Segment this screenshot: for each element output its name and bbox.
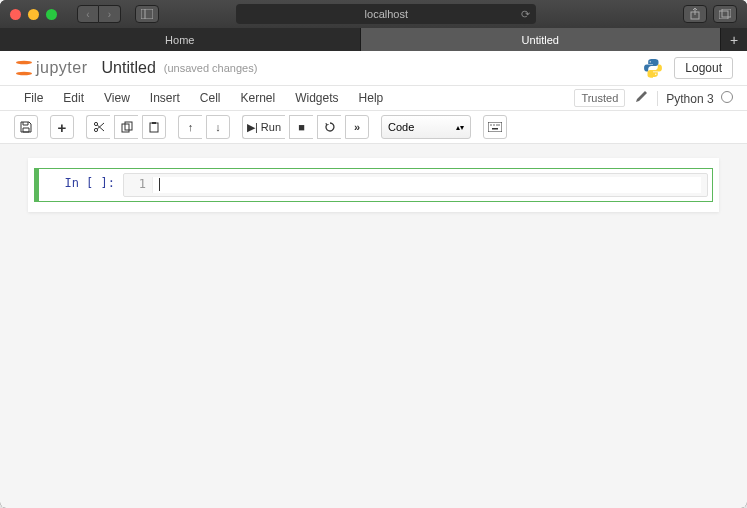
code-editor[interactable] <box>152 177 701 193</box>
svg-rect-16 <box>492 128 498 130</box>
address-bar[interactable]: localhost ⟳ <box>236 4 536 24</box>
minimize-window-button[interactable] <box>28 9 39 20</box>
show-tabs-button[interactable] <box>713 5 737 23</box>
svg-point-14 <box>496 124 497 125</box>
titlebar-right <box>683 5 737 23</box>
save-status: (unsaved changes) <box>164 62 258 74</box>
menu-view[interactable]: View <box>94 86 140 110</box>
cell-type-value: Code <box>388 121 414 133</box>
sidebar-icon <box>141 9 153 19</box>
address-text: localhost <box>365 8 408 20</box>
restart-kernel-button[interactable] <box>317 115 341 139</box>
svg-rect-3 <box>719 11 728 19</box>
insert-cell-button[interactable]: + <box>50 115 74 139</box>
browser-window: ‹ › localhost ⟳ Home Untitled + jupyte <box>0 0 747 508</box>
paste-icon <box>148 121 160 133</box>
run-cell-button[interactable]: ▶| Run <box>242 115 285 139</box>
menu-help[interactable]: Help <box>349 86 394 110</box>
kernel-name[interactable]: Python 3 <box>657 91 733 106</box>
jupyter-logo-text: jupyter <box>36 59 88 77</box>
menubar-right: Trusted Python 3 <box>574 89 733 107</box>
menubar: File Edit View Insert Cell Kernel Widget… <box>0 86 747 111</box>
nav-buttons: ‹ › <box>77 5 121 23</box>
back-button[interactable]: ‹ <box>77 5 99 23</box>
svg-point-15 <box>498 124 499 125</box>
menu-widgets[interactable]: Widgets <box>285 86 348 110</box>
share-icon <box>690 8 700 20</box>
svg-rect-0 <box>141 9 153 19</box>
text-cursor <box>159 178 160 191</box>
svg-rect-9 <box>150 123 158 132</box>
keyboard-icon <box>488 122 502 132</box>
pencil-icon <box>635 91 647 103</box>
page-content: jupyter Untitled (unsaved changes) Logou… <box>0 51 747 508</box>
interrupt-kernel-button[interactable]: ■ <box>289 115 313 139</box>
tab-untitled[interactable]: Untitled <box>361 28 722 51</box>
tab-home[interactable]: Home <box>0 28 361 51</box>
jupyter-logo[interactable]: jupyter <box>14 58 88 78</box>
logout-button[interactable]: Logout <box>674 57 733 79</box>
toolbar: + ↑ ↓ ▶| Run ■ » <box>0 111 747 144</box>
restart-icon <box>324 121 336 133</box>
code-cell[interactable]: In [ ]: 1 <box>34 168 713 202</box>
move-cell-down-button[interactable]: ↓ <box>206 115 230 139</box>
share-button[interactable] <box>683 5 707 23</box>
svg-rect-4 <box>722 9 731 17</box>
run-label: Run <box>261 121 281 133</box>
svg-rect-10 <box>152 122 156 124</box>
new-tab-button[interactable]: + <box>721 28 747 51</box>
svg-point-13 <box>493 124 494 125</box>
header-right: Logout <box>642 57 733 79</box>
kernel-idle-icon <box>721 91 733 103</box>
save-icon <box>20 121 32 133</box>
scissors-icon <box>93 121 105 133</box>
save-button[interactable] <box>14 115 38 139</box>
window-controls <box>10 9 57 20</box>
menu-edit[interactable]: Edit <box>53 86 94 110</box>
kernel-name-text: Python 3 <box>666 92 713 106</box>
menu-insert[interactable]: Insert <box>140 86 190 110</box>
reload-icon[interactable]: ⟳ <box>521 8 530 21</box>
menu-cell[interactable]: Cell <box>190 86 231 110</box>
python-logo-icon <box>642 57 664 79</box>
notebook-title[interactable]: Untitled <box>102 59 156 77</box>
trusted-indicator[interactable]: Trusted <box>574 89 625 107</box>
forward-button[interactable]: › <box>99 5 121 23</box>
cut-cell-button[interactable] <box>86 115 110 139</box>
copy-icon <box>121 121 133 133</box>
notebook-container: In [ ]: 1 <box>0 144 747 226</box>
move-cell-up-button[interactable]: ↑ <box>178 115 202 139</box>
jupyter-header: jupyter Untitled (unsaved changes) Logou… <box>0 51 747 86</box>
restart-run-all-button[interactable]: » <box>345 115 369 139</box>
cell-type-select[interactable]: Code ▴▾ <box>381 115 471 139</box>
menu-file[interactable]: File <box>14 86 53 110</box>
line-number-gutter: 1 <box>130 177 152 193</box>
close-window-button[interactable] <box>10 9 21 20</box>
notebook-card: In [ ]: 1 <box>28 158 719 212</box>
input-prompt: In [ ]: <box>43 173 123 197</box>
edit-metadata-button[interactable] <box>631 89 651 107</box>
svg-rect-11 <box>488 122 502 132</box>
browser-titlebar: ‹ › localhost ⟳ <box>0 0 747 28</box>
run-step-icon: ▶| <box>247 121 258 134</box>
cell-input-area[interactable]: 1 <box>123 173 708 197</box>
show-sidebar-button[interactable] <box>135 5 159 23</box>
zoom-window-button[interactable] <box>46 9 57 20</box>
command-palette-button[interactable] <box>483 115 507 139</box>
tabs-icon <box>719 9 731 19</box>
svg-point-12 <box>490 124 491 125</box>
browser-tabbar: Home Untitled + <box>0 28 747 51</box>
menu-kernel[interactable]: Kernel <box>231 86 286 110</box>
chevron-updown-icon: ▴▾ <box>456 123 464 132</box>
jupyter-logo-icon <box>14 58 34 78</box>
copy-cell-button[interactable] <box>114 115 138 139</box>
paste-cell-button[interactable] <box>142 115 166 139</box>
